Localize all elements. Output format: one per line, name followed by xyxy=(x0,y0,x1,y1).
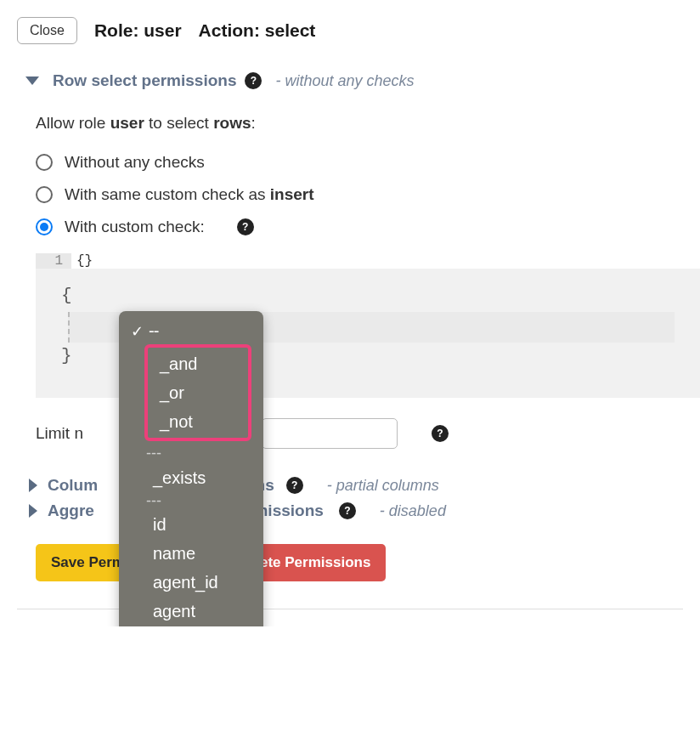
close-button[interactable]: Close xyxy=(17,17,77,44)
radio-without-label: Without any checks xyxy=(65,153,205,172)
dropdown-item-name[interactable]: name xyxy=(146,539,251,568)
open-brace: { xyxy=(61,286,675,305)
role-label-text: Role: user xyxy=(94,20,182,40)
limit-label: Limit n xyxy=(36,424,83,443)
column-permissions-title-prefix: Colum xyxy=(48,476,98,495)
help-icon[interactable]: ? xyxy=(237,218,254,235)
dropdown-item-exists[interactable]: _exists xyxy=(146,463,251,492)
aggregation-permissions-title-prefix: Aggre xyxy=(48,502,94,520)
radio-custom-check[interactable]: With custom check: ? xyxy=(36,218,683,236)
action-label: Action: select xyxy=(199,20,316,41)
action-label-text: Action: select xyxy=(199,20,316,40)
dropdown-divider: --- xyxy=(146,492,251,511)
row-permissions-content: Allow role user to select rows: Without … xyxy=(36,114,683,581)
dropdown-selected-label: -- xyxy=(149,321,158,341)
radio-without-checks[interactable]: Without any checks xyxy=(36,153,683,172)
autocomplete-dropdown[interactable]: ✓ -- _and _or _not --- _exists --- id na… xyxy=(119,311,263,626)
row-permissions-title-text: Row select permissions xyxy=(53,71,236,90)
help-icon[interactable]: ? xyxy=(245,72,262,89)
dropdown-selected[interactable]: ✓ -- xyxy=(131,320,251,343)
allow-text: Allow role user to select rows: xyxy=(36,114,683,133)
dropdown-divider: --- xyxy=(146,445,251,463)
dropdown-item-agent[interactable]: agent xyxy=(146,597,251,626)
dropdown-item-or[interactable]: _or xyxy=(153,378,243,407)
chevron-right-icon xyxy=(29,479,37,492)
row-permissions-title: Row select permissions ? xyxy=(53,71,262,90)
bottom-divider xyxy=(17,609,683,609)
radio-icon xyxy=(36,154,53,171)
checkmark-icon: ✓ xyxy=(131,322,144,341)
radio-group: Without any checks With same custom chec… xyxy=(36,153,683,236)
row-permissions-section-header[interactable]: Row select permissions ? - without any c… xyxy=(25,71,683,90)
dropdown-item-not[interactable]: _not xyxy=(153,407,243,436)
highlighted-operators: _and _or _not xyxy=(144,344,251,441)
header-row: Close Role: user Action: select xyxy=(17,17,683,44)
line-number-gutter: 1 xyxy=(36,253,71,269)
chevron-right-icon xyxy=(29,504,37,518)
chevron-down-icon xyxy=(25,76,39,85)
code-line-row: 1 {} xyxy=(36,253,683,269)
radio-inner-dot xyxy=(40,223,48,231)
line-content[interactable]: {} xyxy=(71,253,93,269)
row-permissions-status: - without any checks xyxy=(275,72,414,90)
radio-icon xyxy=(36,186,53,203)
dropdown-item-id[interactable]: id xyxy=(146,510,251,539)
code-editor[interactable]: 1 {} { } ✓ -- _and _or _not --- _exists … xyxy=(36,253,683,398)
dropdown-item-agent-id[interactable]: agent_id xyxy=(146,568,251,597)
radio-icon-selected xyxy=(36,218,53,235)
code-body[interactable]: { } ✓ -- _and _or _not --- _exists --- i… xyxy=(36,269,700,398)
help-icon[interactable]: ? xyxy=(339,502,356,519)
help-icon[interactable]: ? xyxy=(432,425,449,442)
help-icon[interactable]: ? xyxy=(286,477,303,494)
column-permissions-status: - partial columns xyxy=(327,477,439,495)
role-label: Role: user xyxy=(94,20,182,41)
dropdown-item-and[interactable]: _and xyxy=(153,349,243,378)
radio-custom-label: With custom check: xyxy=(65,218,205,236)
aggregation-permissions-status: - disabled xyxy=(380,502,446,520)
limit-input[interactable] xyxy=(262,418,398,449)
radio-same-as-insert[interactable]: With same custom check as insert xyxy=(36,185,683,204)
radio-same-label: With same custom check as insert xyxy=(65,185,314,204)
